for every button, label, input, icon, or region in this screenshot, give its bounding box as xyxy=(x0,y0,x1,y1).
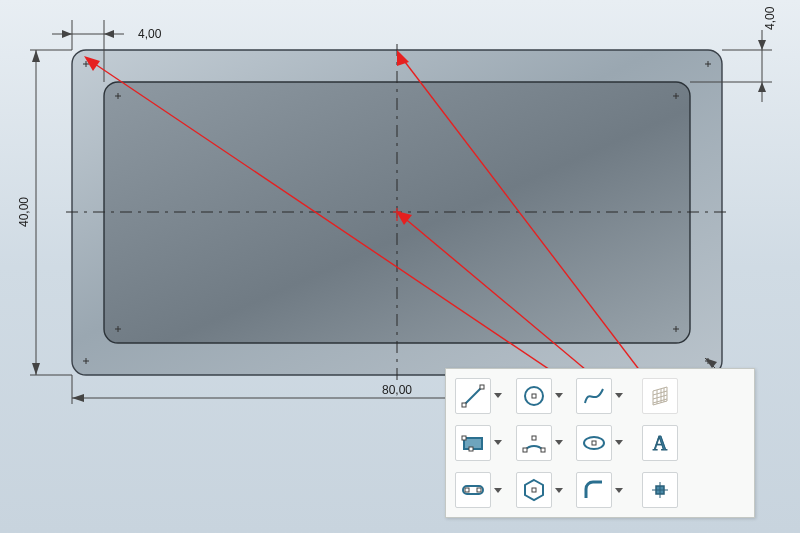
fillet-dropdown[interactable] xyxy=(614,473,624,507)
text-tool[interactable]: AA xyxy=(642,425,678,461)
plane-tool[interactable] xyxy=(642,378,678,414)
svg-marker-84 xyxy=(615,488,623,493)
svg-marker-30 xyxy=(32,50,40,62)
svg-marker-31 xyxy=(32,363,40,375)
svg-marker-25 xyxy=(72,394,84,402)
circle-dropdown[interactable] xyxy=(554,379,564,413)
fillet-tool[interactable] xyxy=(576,472,612,508)
arc-tool[interactable] xyxy=(516,425,552,461)
ellipse-dropdown[interactable] xyxy=(614,426,624,460)
svg-rect-51 xyxy=(462,403,466,407)
sketch-toolbar: AA xyxy=(445,368,755,518)
line-dropdown[interactable] xyxy=(493,379,503,413)
svg-rect-52 xyxy=(480,385,484,389)
svg-marker-41 xyxy=(758,82,766,92)
rectangle-dropdown[interactable] xyxy=(493,426,503,460)
svg-rect-70 xyxy=(532,436,536,440)
dim-height-value: 40,00 xyxy=(17,197,31,227)
dim-height: 40,00 xyxy=(17,50,72,375)
svg-rect-66 xyxy=(469,447,473,451)
svg-line-59 xyxy=(653,395,667,399)
point-tool[interactable] xyxy=(642,472,678,508)
svg-rect-69 xyxy=(541,448,545,452)
svg-marker-56 xyxy=(555,393,563,398)
svg-rect-78 xyxy=(465,488,469,492)
polygon-dropdown[interactable] xyxy=(554,473,564,507)
svg-marker-71 xyxy=(555,440,563,445)
svg-marker-74 xyxy=(615,440,623,445)
svg-marker-53 xyxy=(494,393,502,398)
svg-marker-83 xyxy=(555,488,563,493)
rectangle-tool[interactable] xyxy=(455,425,491,461)
svg-rect-82 xyxy=(532,488,536,492)
svg-marker-40 xyxy=(758,40,766,50)
svg-marker-35 xyxy=(62,30,72,38)
svg-marker-80 xyxy=(494,488,502,493)
svg-marker-57 xyxy=(615,393,623,398)
svg-rect-55 xyxy=(532,394,536,398)
svg-marker-67 xyxy=(494,440,502,445)
dim-width-value: 80,00 xyxy=(382,383,412,397)
svg-marker-36 xyxy=(104,30,114,38)
dim-right-inset-value: 4,00 xyxy=(763,6,777,30)
svg-line-50 xyxy=(464,387,482,405)
line-tool[interactable] xyxy=(455,378,491,414)
svg-line-60 xyxy=(653,399,667,403)
svg-rect-73 xyxy=(592,441,596,445)
svg-rect-79 xyxy=(477,488,481,492)
dim-top-inset-value: 4,00 xyxy=(138,27,162,41)
svg-rect-68 xyxy=(523,448,527,452)
polygon-tool[interactable] xyxy=(516,472,552,508)
spline-tool[interactable] xyxy=(576,378,612,414)
slot-tool[interactable] xyxy=(455,472,491,508)
svg-text:A: A xyxy=(653,432,668,454)
arc-dropdown[interactable] xyxy=(554,426,564,460)
svg-line-58 xyxy=(653,391,667,395)
ellipse-tool[interactable] xyxy=(576,425,612,461)
svg-rect-65 xyxy=(462,436,466,440)
slot-dropdown[interactable] xyxy=(493,473,503,507)
spline-dropdown[interactable] xyxy=(614,379,624,413)
circle-tool[interactable] xyxy=(516,378,552,414)
